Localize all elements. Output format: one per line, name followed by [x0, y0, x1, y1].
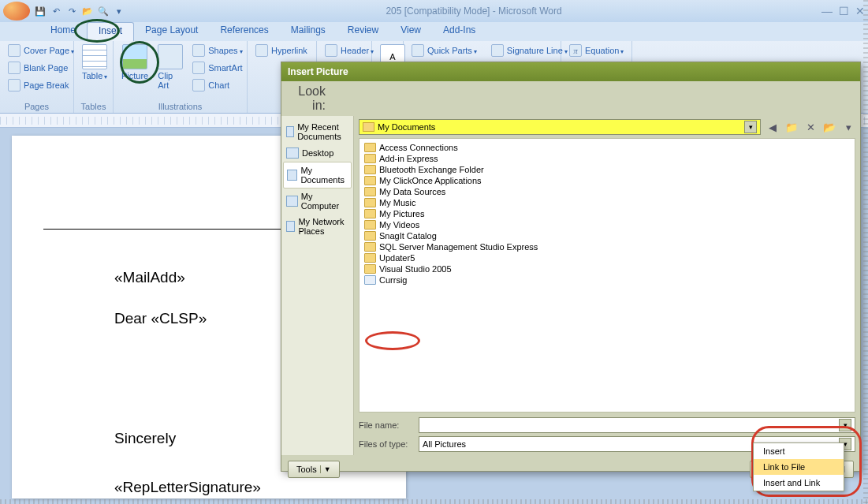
merge-field-repsig: «RepLetterSignature» [114, 479, 304, 496]
folder-icon [364, 176, 376, 185]
table-icon [82, 44, 107, 69]
tools-button[interactable]: Tools▼ [288, 461, 340, 478]
picture-button[interactable]: Picture [118, 43, 151, 100]
list-item[interactable]: Visual Studio 2005 [363, 263, 851, 274]
tab-view[interactable]: View [389, 22, 432, 41]
save-icon[interactable]: 💾 [33, 4, 47, 18]
place-network[interactable]: My Network Places [283, 214, 352, 239]
list-item[interactable]: Bluetooth Exchange Folder [363, 164, 851, 175]
signature-line-button[interactable]: Signature Line [488, 43, 571, 58]
list-item[interactable]: My Videos [363, 219, 851, 230]
list-item[interactable]: My Data Sources [363, 186, 851, 197]
list-item-file-currsig[interactable]: Currsig [363, 274, 851, 286]
delete-icon[interactable]: ✕ [803, 121, 818, 133]
equation-button[interactable]: πEquation [566, 43, 627, 58]
torn-edge-right [863, 0, 868, 504]
list-item[interactable]: My ClickOnce Applications [363, 175, 851, 186]
torn-edge-bottom [0, 499, 868, 504]
filename-dropdown-icon[interactable]: ▾ [839, 419, 851, 431]
filename-input[interactable]: ▾ [419, 417, 855, 433]
equation-icon: π [569, 44, 582, 57]
shapes-icon [192, 44, 205, 57]
tab-addins[interactable]: Add-Ins [432, 22, 486, 41]
list-item[interactable]: Updater5 [363, 252, 851, 263]
tab-references[interactable]: References [209, 22, 279, 41]
picture-icon [122, 44, 147, 69]
place-desktop[interactable]: Desktop [283, 144, 352, 162]
list-item[interactable]: Access Connections [363, 142, 851, 153]
list-item[interactable]: SQL Server Management Studio Express [363, 241, 851, 252]
lookin-dropdown-icon[interactable]: ▾ [744, 121, 757, 133]
merge-field-mailadd: «MailAdd» [114, 269, 304, 286]
quick-parts-button[interactable]: Quick Parts [408, 43, 480, 58]
list-item[interactable]: My Pictures [363, 208, 851, 219]
list-item[interactable]: My Music [363, 197, 851, 208]
place-my-documents[interactable]: My Documents [283, 162, 352, 189]
folder-icon [364, 242, 376, 252]
header-button[interactable]: Header [322, 43, 377, 58]
tab-home[interactable]: Home [39, 22, 87, 41]
insert-menu-insert-and-link[interactable]: Insert and Link [754, 475, 844, 491]
smartart-button[interactable]: SmartArt [189, 60, 245, 76]
qat-more-icon[interactable]: ▾ [112, 4, 126, 18]
back-icon[interactable]: ◀ [766, 121, 780, 133]
list-item[interactable]: SnagIt Catalog [363, 230, 851, 241]
signature-icon [491, 44, 504, 57]
lookin-value: My Documents [378, 122, 435, 132]
views-icon[interactable]: ▾ [841, 121, 855, 133]
open-folder-icon[interactable]: 📂 [80, 4, 95, 18]
filetype-value: All Pictures [423, 439, 466, 449]
my-documents-icon [287, 170, 297, 181]
page-break-button[interactable]: Page Break [5, 77, 77, 93]
cover-page-icon [8, 44, 20, 57]
tab-insert[interactable]: Insert [87, 22, 134, 41]
dialog-title: Insert Picture [281, 62, 860, 81]
place-my-computer[interactable]: My Computer [283, 189, 352, 214]
ribbon-tabs: Home Insert Page Layout References Maili… [0, 22, 868, 41]
merge-field-dear: Dear «CLSP» [114, 310, 304, 327]
folder-icon [364, 154, 376, 163]
folder-icon [364, 220, 376, 230]
my-computer-icon [286, 196, 298, 207]
group-tables-label: Tables [79, 100, 108, 111]
folder-icon [364, 209, 376, 218]
group-illustrations-label: Illustrations [118, 100, 242, 111]
file-list[interactable]: Access Connections Add-in Express Blueto… [359, 138, 855, 413]
title-bar: 💾 ↶ ↷ 📂 🔍 ▾ 205 [Compatibility Mode] - M… [0, 0, 868, 22]
clipart-icon [158, 44, 183, 69]
blank-page-button[interactable]: Blank Page [5, 60, 77, 76]
hyperlink-icon [255, 44, 268, 57]
clipart-button[interactable]: Clip Art [155, 43, 186, 100]
restore-button[interactable]: ☐ [839, 5, 849, 17]
minimize-button[interactable]: — [821, 5, 833, 17]
new-folder-icon[interactable]: 📂 [822, 121, 836, 133]
place-recent[interactable]: My Recent Documents [283, 119, 352, 144]
insert-picture-dialog: Insert Picture Look in: My Recent Docume… [281, 62, 861, 472]
blank-page-icon [8, 62, 20, 74]
folder-icon [364, 264, 376, 274]
folder-icon [364, 187, 376, 196]
lookin-combo[interactable]: My Documents ▾ [359, 119, 761, 135]
cover-page-button[interactable]: Cover Page [5, 43, 77, 58]
print-preview-icon[interactable]: 🔍 [96, 4, 110, 18]
list-item[interactable]: Add-in Express [363, 153, 851, 164]
insert-menu-insert[interactable]: Insert [754, 443, 844, 459]
recent-icon [286, 126, 294, 137]
undo-icon[interactable]: ↶ [49, 4, 63, 18]
network-icon [286, 221, 295, 232]
up-folder-icon[interactable]: 📁 [784, 121, 799, 133]
lookin-label: Look in: [286, 84, 326, 113]
filetype-label: Files of type: [359, 439, 414, 449]
table-button[interactable]: Table [79, 43, 110, 100]
insert-menu-link-to-file[interactable]: Link to File [754, 459, 844, 475]
tab-page-layout[interactable]: Page Layout [134, 22, 209, 41]
chart-button[interactable]: Chart [189, 77, 245, 93]
redo-icon[interactable]: ↷ [65, 4, 79, 18]
smartart-icon [192, 62, 205, 74]
office-button[interactable] [3, 2, 30, 21]
image-file-icon [364, 275, 376, 285]
shapes-button[interactable]: Shapes [189, 43, 245, 58]
tab-review[interactable]: Review [337, 22, 389, 41]
hyperlink-button[interactable]: Hyperlink [252, 43, 311, 58]
tab-mailings[interactable]: Mailings [280, 22, 337, 41]
